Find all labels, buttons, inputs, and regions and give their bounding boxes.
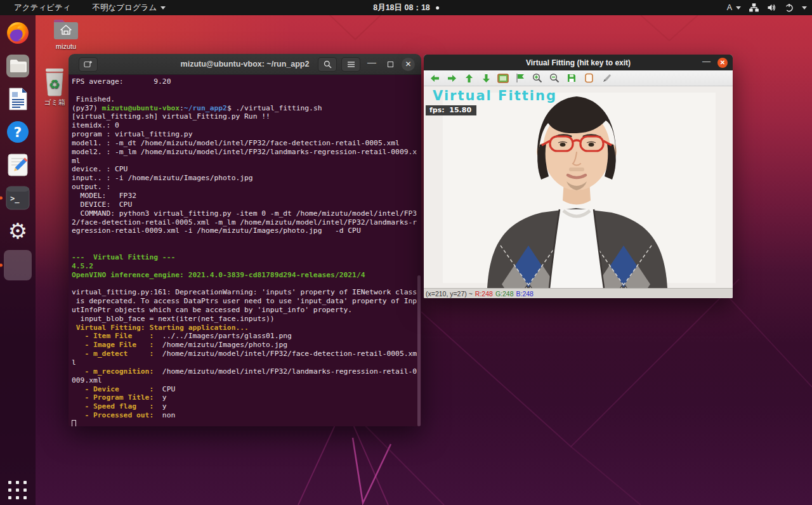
pixel-coords-label: (x=210, y=27) ~ [426,290,473,298]
dock-item-settings[interactable]: ⚙ [4,217,32,245]
vf-title: Virtual Fitting (hit key to exit) [526,58,631,67]
app-menu-label: 不明なプログラム [93,3,157,13]
keyboard-indicator[interactable]: A [727,3,741,12]
vf-titlebar[interactable]: Virtual Fitting (hit key to exit) — ✕ [424,55,733,70]
hamburger-icon [347,61,355,68]
home-folder-label: mizutu [56,43,76,50]
clock-button[interactable]: 8月18日 08：18 [373,3,439,13]
paint-icon[interactable] [600,72,612,84]
volume-icon[interactable] [767,3,776,12]
svg-text:>_: >_ [10,194,20,204]
trash-icon: ♻ [42,66,67,96]
dock-item-help[interactable]: ? [4,118,32,146]
pixel-b-value: B:248 [516,290,533,298]
dock-item-text-editor[interactable] [4,151,32,179]
zoom-reset-icon[interactable] [497,72,509,84]
terminal-titlebar[interactable]: mizutu@ubuntu-vbox: ~/run_app2 — ✕ [69,54,421,75]
writer-icon [5,86,30,112]
dock-item-unknown-app[interactable] [4,250,32,280]
vf-fps-badge: fps: 15.80 [426,105,476,115]
pan-up-icon[interactable] [463,72,475,84]
pixel-r-value: R:248 [475,290,493,298]
fitted-photo [424,86,733,288]
terminal-title: mizutu@ubuntu-vbox: ~/run_app2 [181,60,310,69]
pan-right-icon[interactable] [446,72,457,84]
unknown-app-icon [4,250,32,280]
terminal-output[interactable]: FPS average: 9.20 Finished.(py37) mizutu… [69,75,421,426]
running-indicator [0,264,3,267]
text-editor-icon [5,152,30,178]
vf-status-bar: (x=210, y=27) ~ R:248 G:248 B:248 [424,288,733,298]
home-folder-icon [52,17,80,41]
app-menu-button[interactable]: 不明なプログラム [93,3,166,13]
terminal-window: mizutu@ubuntu-vbox: ~/run_app2 — ✕ [69,54,421,426]
minimize-button[interactable]: — [702,56,710,66]
vf-toolbar [424,70,733,86]
dock-item-files[interactable] [4,52,32,80]
power-icon[interactable] [785,3,794,12]
trash-label: ゴミ箱 [44,98,65,106]
chevron-down-icon[interactable] [802,6,807,10]
virtual-fitting-window: Virtual Fitting (hit key to exit) — ✕ [424,55,733,298]
menu-button[interactable] [341,57,360,72]
dock-item-firefox[interactable] [4,19,32,47]
terminal-scrollbar[interactable] [417,75,421,426]
vf-overlay-title: Virtual Fitting [433,88,557,103]
svg-text:♻: ♻ [49,77,60,92]
dock-item-libreoffice-writer[interactable] [4,85,32,113]
activities-label: アクティビティ [14,3,71,13]
desktop-screen: アクティビティ 不明なプログラム 8月18日 08：18 A [0,0,812,505]
desktop-icon-home[interactable]: mizutu [46,17,86,50]
gear-icon: ⚙ [8,220,27,242]
network-icon[interactable] [749,3,759,12]
files-icon [5,53,30,79]
zoom-region-icon[interactable] [514,72,526,84]
activities-button[interactable]: アクティビティ [14,3,71,13]
vf-image-area[interactable]: Virtual Fitting fps: 15.80 [424,86,733,288]
new-tab-icon [84,60,93,68]
zoom-out-icon[interactable] [549,72,560,84]
help-icon: ? [5,119,30,145]
dock: ? >_ ⚙ [0,15,36,505]
search-icon [324,60,332,69]
keyboard-layout-label: A [727,3,732,12]
properties-icon[interactable] [583,72,594,84]
maximize-button[interactable] [383,57,397,71]
show-applications-button[interactable] [8,481,27,500]
pixel-g-value: G:248 [495,290,514,298]
clock-label: 8月18日 08：18 [373,3,430,13]
save-icon[interactable] [566,72,577,84]
close-button[interactable]: ✕ [402,58,415,71]
svg-text:?: ? [14,124,22,140]
minimize-button[interactable]: — [365,55,379,69]
top-bar: アクティビティ 不明なプログラム 8月18日 08：18 A [0,0,812,15]
chevron-down-icon [736,6,741,10]
pan-down-icon[interactable] [480,72,492,84]
terminal-icon: >_ [5,185,30,211]
chevron-down-icon [160,6,166,10]
dock-item-terminal[interactable]: >_ [4,184,32,212]
search-button[interactable] [318,57,337,72]
firefox-icon [5,20,30,46]
zoom-in-icon[interactable] [532,72,543,84]
close-button[interactable]: ✕ [717,58,728,68]
notification-dot-icon [436,6,439,10]
running-indicator [0,197,3,200]
new-tab-button[interactable] [79,57,98,72]
pan-left-icon[interactable] [429,72,440,84]
